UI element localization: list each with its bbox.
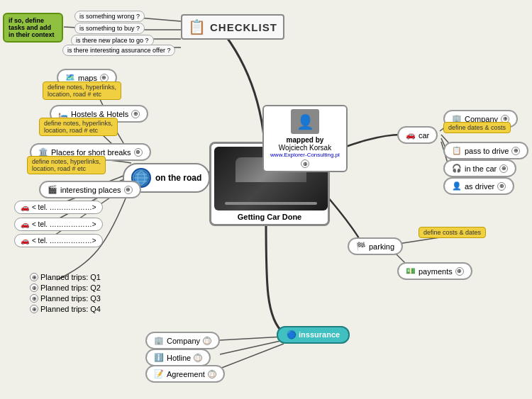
ins-company-expand[interactable]: 📋: [203, 337, 211, 345]
in-car-label: in the car: [465, 164, 497, 173]
mapped-by-box: 👤 mapped by Wojciech Korsak www.Explorer…: [262, 105, 348, 172]
tel2-icon: 🚗: [21, 220, 29, 228]
hotline-expand[interactable]: 📋: [194, 354, 202, 362]
ins-company-node[interactable]: 🏢 Company 📋: [145, 332, 220, 349]
interesting-label: interesting places: [60, 186, 121, 194]
svg-line-14: [220, 337, 284, 340]
in-car-icon: 🎧: [452, 164, 462, 173]
task-box-text: if so, define tasks and add in their con…: [9, 17, 55, 38]
ins-company-icon: 🏢: [154, 336, 164, 345]
agreement-label: Agreement: [167, 370, 205, 378]
parking-icon: 🏁: [356, 242, 366, 251]
tel-2[interactable]: 🚗 < tel. ………………>: [14, 218, 103, 231]
q1-label: Planned trips: Q1: [40, 273, 101, 281]
driver-node[interactable]: 👤 as driver ⊕: [443, 177, 514, 195]
mapped-expand[interactable]: ⊕: [301, 159, 309, 168]
checklist-icon: 📋: [188, 18, 206, 35]
parking-node[interactable]: 🏁 parking: [348, 237, 403, 255]
pass-node[interactable]: 📋 pass to drive ⊕: [443, 142, 528, 159]
tel1-label: < tel. ………………>: [32, 203, 96, 211]
q1-text: is something wrong ?: [79, 13, 140, 20]
hotels-label: Hostels & Hotels: [71, 110, 128, 118]
mapper-url: www.Explorer-Consulting.pl: [270, 152, 340, 158]
payments-label: payments: [419, 267, 453, 276]
hotels-expand[interactable]: ⊕: [131, 110, 140, 118]
tel-1[interactable]: 🚗 < tel. ………………>: [14, 201, 103, 214]
pass-icon: 📋: [452, 146, 462, 155]
payments-icon: 💵: [406, 266, 416, 276]
tel2-label: < tel. ………………>: [32, 220, 96, 228]
mapper-name: Wojciech Korsak: [270, 144, 340, 152]
driver-label: as driver: [465, 182, 494, 191]
question-1[interactable]: is something wrong ?: [74, 11, 145, 22]
hotline-node[interactable]: ℹ️ Hotline 📋: [145, 349, 211, 366]
agreement-icon: 📝: [154, 369, 164, 378]
parking-yellow: define costs & dates: [419, 227, 486, 238]
car-icon: 🚗: [406, 130, 416, 140]
q2-text: is something to buy ?: [79, 25, 140, 32]
agreement-expand[interactable]: 📋: [208, 370, 216, 378]
planned-q1[interactable]: ⊕ Planned trips: Q1: [30, 273, 101, 281]
question-4[interactable]: is there interesting assurance offer ?: [62, 45, 175, 56]
pass-expand[interactable]: ⊕: [511, 147, 520, 155]
q4-text: is there interesting assurance offer ?: [67, 47, 170, 54]
q1-expand[interactable]: ⊕: [30, 273, 38, 281]
maps-expand[interactable]: ⊕: [100, 74, 109, 82]
insurance-node[interactable]: 🔵 inssurance: [277, 326, 350, 344]
center-label: Getting Car Done: [214, 210, 325, 221]
hotline-icon: ℹ️: [154, 353, 164, 362]
pass-label: pass to drive: [465, 147, 509, 155]
places-label: Places for short breaks: [51, 148, 131, 157]
q2-label: Planned trips: Q2: [40, 283, 101, 292]
on-road-label: on the road: [155, 173, 201, 183]
interesting-expand[interactable]: ⊕: [124, 186, 133, 194]
insurance-icon: 🔵: [287, 330, 297, 339]
hotels-yellow: define notes, hyperlinks, location, road…: [39, 118, 118, 136]
car-label: car: [419, 131, 429, 140]
checklist-title: CHECKLIST: [210, 21, 277, 33]
svg-line-16: [220, 344, 284, 369]
interesting-node[interactable]: 🎬 interesting places ⊕: [39, 181, 141, 198]
ins-company-label: Company: [167, 337, 200, 345]
svg-line-15: [220, 340, 284, 354]
task-box: if so, define tasks and add in their con…: [3, 13, 63, 43]
question-2[interactable]: is something to buy ?: [74, 23, 145, 34]
checklist-node[interactable]: 📋 CHECKLIST: [181, 14, 284, 40]
insurance-label: inssurance: [299, 330, 340, 339]
payments-expand[interactable]: ⊕: [455, 267, 464, 276]
parking-label: parking: [369, 242, 394, 251]
tel3-icon: 🚗: [21, 237, 29, 245]
company-yellow: define dates & costs: [443, 122, 511, 133]
hotline-label: Hotline: [167, 354, 191, 362]
planned-q2[interactable]: ⊕ Planned trips: Q2: [30, 283, 101, 292]
agreement-node[interactable]: 📝 Agreement 📋: [145, 365, 225, 383]
car-node[interactable]: 🚗 car: [397, 126, 438, 144]
payments-node[interactable]: 💵 payments ⊕: [397, 262, 472, 280]
tel3-label: < tel. ………………>: [32, 237, 96, 245]
in-car-expand[interactable]: ⊕: [499, 164, 508, 173]
q3-label: Planned trips: Q3: [40, 294, 101, 303]
tel-3[interactable]: 🚗 < tel. ………………>: [14, 234, 103, 247]
q4-expand[interactable]: ⊕: [30, 305, 38, 313]
driver-icon: 👤: [452, 181, 462, 191]
interesting-icon: 🎬: [48, 185, 57, 194]
q3-expand[interactable]: ⊕: [30, 294, 38, 303]
q3-text: is there new place to go ?: [76, 37, 149, 44]
driver-expand[interactable]: ⊕: [497, 182, 506, 191]
planned-q4[interactable]: ⊕ Planned trips: Q4: [30, 305, 101, 313]
in-car-node[interactable]: 🎧 in the car ⊕: [443, 159, 516, 177]
places-yellow: define notes, hyperlinks, location, road…: [27, 156, 106, 174]
maps-label: maps: [78, 74, 97, 82]
maps-yellow: define notes, hyperlinks, location, road…: [43, 82, 121, 100]
planned-q3[interactable]: ⊕ Planned trips: Q3: [30, 294, 101, 303]
places-expand[interactable]: ⊕: [134, 148, 143, 157]
q2-expand[interactable]: ⊕: [30, 283, 38, 292]
mapped-label: mapped by: [270, 136, 340, 144]
tel1-icon: 🚗: [21, 203, 29, 211]
svg-line-0: [138, 18, 181, 21]
q4-label: Planned trips: Q4: [40, 305, 101, 313]
